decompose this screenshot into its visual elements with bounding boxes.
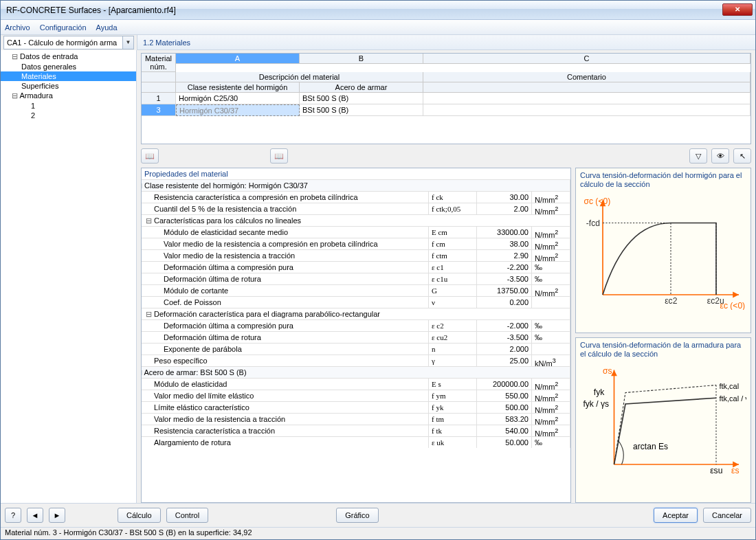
library-steel-button[interactable]: 📖 <box>270 148 288 164</box>
property-unit: N/mm2 <box>532 227 570 238</box>
tree-armadura-1[interactable]: 1 <box>1 101 136 111</box>
property-label: Deformación última de rotura <box>142 332 429 343</box>
property-row: Características para los cálculos no lin… <box>142 214 570 226</box>
property-row: Valor medio de la resistencia a compresi… <box>142 238 570 249</box>
close-button[interactable]: ✕ <box>722 3 753 16</box>
property-row: Coef. de Poissonν0.200 <box>142 296 570 308</box>
property-row: Deformación última a compresión puraε c1… <box>142 261 570 273</box>
library-concrete-button[interactable]: 📖 <box>141 148 159 164</box>
property-unit: N/mm2 <box>532 414 570 425</box>
property-label: Deformación última de rotura <box>142 273 429 284</box>
grid-toolbar: 📖 📖 ▽ 👁 ↖ <box>141 147 751 165</box>
property-label: Clase resistente del hormigón: Hormigón … <box>142 180 570 191</box>
tree-armadura[interactable]: Armadura <box>1 91 136 101</box>
svg-text:εc2: εc2 <box>665 297 677 306</box>
property-unit: N/mm2 <box>532 192 570 203</box>
property-value: 38.00 <box>477 238 532 249</box>
help-button[interactable]: ? <box>5 508 21 523</box>
menu-file[interactable]: Archivo <box>5 23 30 32</box>
svg-text:fyk / γs: fyk / γs <box>583 400 609 409</box>
svg-text:arctan Es: arctan Es <box>633 442 668 451</box>
property-symbol: f tk <box>429 425 477 436</box>
graph-concrete: Curva tensión-deformación del hormigón p… <box>575 168 751 333</box>
property-value: 2.000 <box>477 344 532 355</box>
tree-armadura-2[interactable]: 2 <box>1 111 136 120</box>
cancel-button[interactable]: Cancelar <box>703 508 751 523</box>
property-value: 13750.00 <box>477 285 532 296</box>
svg-text:εc (<0): εc (<0) <box>720 301 746 310</box>
property-symbol: ε uk <box>429 437 477 448</box>
next-button[interactable]: ► <box>49 508 65 523</box>
tree-datos-entrada[interactable]: Datos de entrada <box>1 52 136 62</box>
view-button[interactable]: 👁 <box>711 148 729 164</box>
property-value: 25.00 <box>477 355 532 366</box>
ok-button[interactable]: Aceptar <box>654 508 698 523</box>
properties-panel: Propiedades del material Clase resistent… <box>141 168 571 503</box>
property-symbol: f ctm <box>429 250 477 261</box>
filter-button[interactable]: ▽ <box>689 148 707 164</box>
property-row: Deformación última a compresión puraε c2… <box>142 319 570 331</box>
prev-button[interactable]: ◄ <box>27 508 43 523</box>
case-combo[interactable]: CA1 - Cálculo de hormigón arma ▼ <box>3 36 134 49</box>
property-value: 2.00 <box>477 203 532 214</box>
col-C: C <box>423 54 751 64</box>
svg-text:σs: σs <box>603 366 612 376</box>
col-class-concrete: Clase resistente del hormigón <box>176 82 300 93</box>
tree-superficies[interactable]: Superficies <box>1 81 136 91</box>
col-material-num: Material núm. <box>142 54 176 72</box>
property-value: 50.000 <box>477 437 532 448</box>
property-unit: N/mm2 <box>532 250 570 261</box>
table-row[interactable]: 1 Hormigón C25/30 BSt 500 S (B) <box>142 93 751 104</box>
control-button[interactable]: Control <box>166 508 208 523</box>
case-combo-text: CA1 - Cálculo de hormigón arma <box>7 38 117 47</box>
property-unit: N/mm2 <box>532 379 570 390</box>
svg-text:-fcd: -fcd <box>586 218 600 228</box>
graph-steel: Curva tensión-deformación de la armadura… <box>575 337 751 503</box>
table-row[interactable]: 3 Hormigón C30/37 BSt 500 S (B) <box>142 104 751 116</box>
window-title: RF-CONCRETE Surfaces - [Aparcamiento.rf4… <box>6 5 176 15</box>
property-label: Límite elástico característico <box>142 402 429 413</box>
calc-button[interactable]: Cálculo <box>118 508 161 523</box>
property-label: Módulo de elasticidad secante medio <box>142 227 429 238</box>
property-unit: ‰ <box>532 437 570 448</box>
property-symbol: ε c2 <box>429 320 477 331</box>
materials-grid[interactable]: Material núm. A B C Descripción del mate… <box>141 53 751 144</box>
property-label: Valor medio de la resistencia a compresi… <box>142 238 429 249</box>
property-value: 33000.00 <box>477 227 532 238</box>
menu-help[interactable]: Ayuda <box>96 23 118 32</box>
property-label: Deformación última a compresión pura <box>142 320 429 331</box>
property-row: Resistencia característica a tracciónf t… <box>142 425 570 436</box>
property-value: -3.500 <box>477 332 532 343</box>
tree-datos-generales[interactable]: Datos generales <box>1 62 136 71</box>
tree-materiales[interactable]: Materiales <box>1 71 136 81</box>
col-comment: Comentario <box>423 72 751 82</box>
pick-button[interactable]: ↖ <box>733 148 751 164</box>
property-unit: N/mm2 <box>532 238 570 249</box>
property-label: Módulo de elasticidad <box>142 379 429 390</box>
status-bar: Material núm. 3 - Hormigón C30/37 - BSt … <box>1 527 755 539</box>
svg-text:εsu: εsu <box>710 466 722 476</box>
properties-title: Propiedades del material <box>142 168 570 179</box>
property-symbol: ε c1u <box>429 273 477 284</box>
property-row: Módulo de cortanteG13750.00N/mm2 <box>142 284 570 296</box>
property-row: Deformación última de roturaε cu2-3.500‰ <box>142 331 570 343</box>
property-unit: ‰ <box>532 332 570 343</box>
property-row: Valor medio de la resistencia a tracción… <box>142 413 570 425</box>
property-symbol: ε c1 <box>429 262 477 273</box>
property-label: Peso específico <box>142 355 429 366</box>
svg-text:σc (<0): σc (<0) <box>584 196 611 206</box>
property-label: Características para los cálculos no lin… <box>142 215 570 226</box>
property-symbol: f ctk;0,05 <box>429 203 477 214</box>
property-value: -2.200 <box>477 262 532 273</box>
section-title: 1.2 Materiales <box>137 35 755 50</box>
property-value: -2.000 <box>477 320 532 331</box>
property-label: Valor medio de la resistencia a tracción <box>142 250 429 261</box>
menu-config[interactable]: Configuración <box>40 23 87 32</box>
property-symbol: f tm <box>429 414 477 425</box>
app-window: RF-CONCRETE Surfaces - [Aparcamiento.rf4… <box>0 0 756 540</box>
property-label: Exponente de parábola <box>142 344 429 355</box>
graph-button[interactable]: Gráfico <box>336 508 378 523</box>
svg-text:εs: εs <box>731 466 739 476</box>
property-value: 583.20 <box>477 414 532 425</box>
property-symbol: f ym <box>429 390 477 401</box>
